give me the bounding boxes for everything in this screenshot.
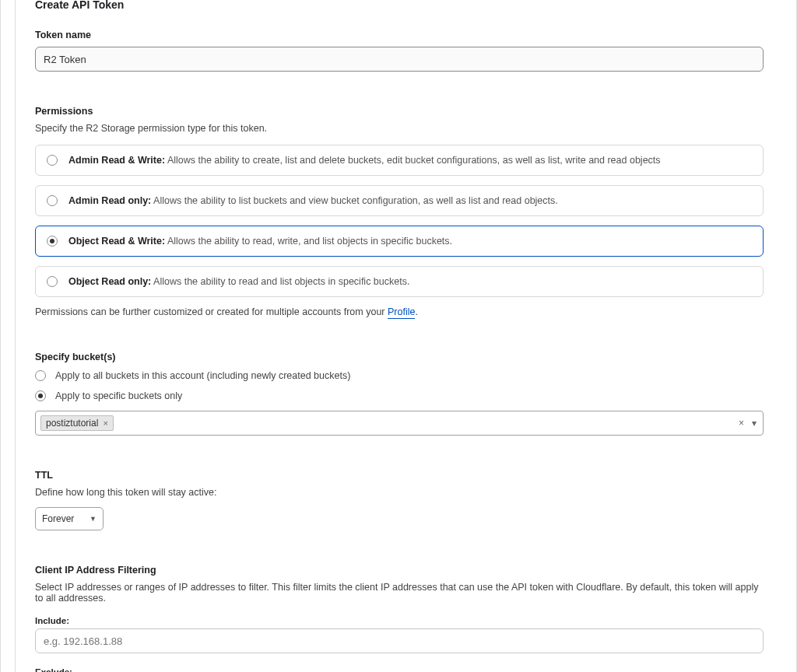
buckets-label: Specify bucket(s) <box>35 352 764 362</box>
ip-exclude-label: Exclude: <box>35 667 764 672</box>
chevron-down-icon[interactable]: ▾ <box>752 418 757 429</box>
radio-icon <box>35 370 46 381</box>
ip-include-label: Include: <box>35 616 764 625</box>
perm-option-object-ro[interactable]: Object Read only: Allows the ability to … <box>35 266 764 297</box>
bucket-chip[interactable]: postiztutorial × <box>40 415 114 431</box>
bucket-option-all-label: Apply to all buckets in this account (in… <box>55 370 350 381</box>
radio-icon <box>47 276 58 287</box>
ip-filter-label: Client IP Address Filtering <box>35 565 764 576</box>
bucket-multiselect[interactable]: postiztutorial × × ▾ <box>35 411 764 436</box>
radio-icon <box>47 195 58 206</box>
ttl-helper: Define how long this token will stay act… <box>35 487 764 498</box>
permissions-note: Permissions can be further customized or… <box>35 306 764 317</box>
chevron-down-icon: ▼ <box>90 515 97 523</box>
perm-option-text: Admin Read only: Allows the ability to l… <box>68 195 558 206</box>
perm-option-text: Object Read & Write: Allows the ability … <box>68 236 452 247</box>
ip-filter-helper: Select IP addresses or ranges of IP addr… <box>35 582 764 604</box>
bucket-option-all[interactable]: Apply to all buckets in this account (in… <box>35 370 764 381</box>
perm-option-object-rw[interactable]: Object Read & Write: Allows the ability … <box>35 226 764 257</box>
profile-link[interactable]: Profile <box>388 306 415 319</box>
ip-include-input[interactable] <box>35 628 764 653</box>
radio-icon <box>47 236 58 247</box>
token-name-label: Token name <box>35 30 764 40</box>
permissions-label: Permissions <box>35 106 764 117</box>
bucket-option-specific-label: Apply to specific buckets only <box>55 390 182 401</box>
chip-remove-icon[interactable]: × <box>103 418 107 428</box>
clear-all-icon[interactable]: × <box>739 418 744 429</box>
token-name-input[interactable] <box>35 47 764 72</box>
page-title: Create API Token <box>35 0 764 11</box>
radio-icon <box>35 390 46 401</box>
ttl-label: TTL <box>35 470 764 481</box>
bucket-option-specific[interactable]: Apply to specific buckets only <box>35 390 764 401</box>
perm-option-text: Admin Read & Write: Allows the ability t… <box>68 155 661 166</box>
perm-option-admin-rw[interactable]: Admin Read & Write: Allows the ability t… <box>35 145 764 176</box>
ttl-value: Forever <box>42 513 74 524</box>
permissions-helper: Specify the R2 Storage permission type f… <box>35 123 764 134</box>
ttl-select[interactable]: Forever ▼ <box>35 507 104 530</box>
radio-icon <box>47 155 58 166</box>
perm-option-admin-ro[interactable]: Admin Read only: Allows the ability to l… <box>35 185 764 216</box>
bucket-chip-label: postiztutorial <box>46 418 98 429</box>
perm-option-text: Object Read only: Allows the ability to … <box>68 276 409 287</box>
